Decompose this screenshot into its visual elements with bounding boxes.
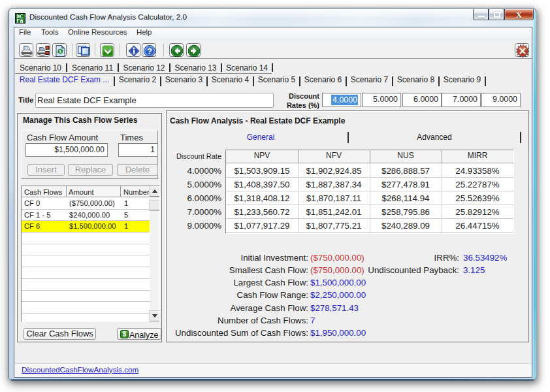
svg-text:$: $: [123, 331, 127, 338]
svg-text:?: ?: [147, 46, 152, 56]
